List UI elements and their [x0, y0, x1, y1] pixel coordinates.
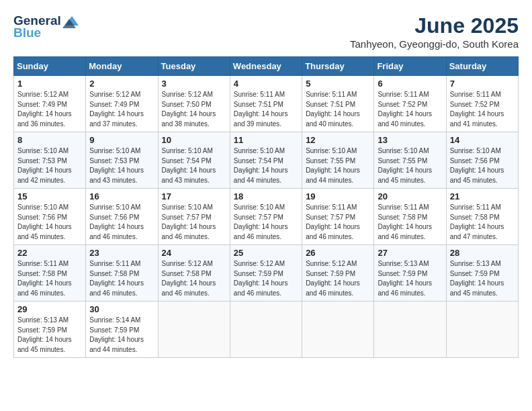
day-number: 30: [89, 304, 154, 314]
calendar-cell: 29Sunrise: 5:13 AM Sunset: 7:59 PM Dayli…: [14, 302, 86, 358]
day-number: 14: [450, 135, 515, 145]
calendar-cell: [374, 302, 446, 358]
calendar-cell: 11Sunrise: 5:10 AM Sunset: 7:54 PM Dayli…: [230, 132, 302, 189]
col-header-wednesday: Wednesday: [230, 57, 302, 76]
day-info: Sunrise: 5:11 AM Sunset: 7:58 PM Dayligh…: [89, 259, 154, 298]
day-info: Sunrise: 5:13 AM Sunset: 7:59 PM Dayligh…: [17, 316, 82, 355]
calendar-cell: [446, 302, 518, 358]
calendar-week-5: 29Sunrise: 5:13 AM Sunset: 7:59 PM Dayli…: [14, 302, 519, 358]
day-number: 19: [306, 191, 370, 201]
day-number: 24: [162, 248, 226, 258]
day-number: 25: [234, 248, 298, 258]
day-info: Sunrise: 5:11 AM Sunset: 7:51 PM Dayligh…: [234, 90, 298, 129]
calendar-cell: 5Sunrise: 5:11 AM Sunset: 7:51 PM Daylig…: [302, 76, 374, 132]
calendar-cell: 16Sunrise: 5:10 AM Sunset: 7:56 PM Dayli…: [86, 189, 158, 245]
calendar-cell: 4Sunrise: 5:11 AM Sunset: 7:51 PM Daylig…: [230, 76, 302, 132]
day-number: 13: [378, 135, 442, 145]
day-number: 18: [234, 191, 298, 201]
calendar-cell: 12Sunrise: 5:10 AM Sunset: 7:55 PM Dayli…: [302, 132, 374, 189]
calendar-cell: 13Sunrise: 5:10 AM Sunset: 7:55 PM Dayli…: [374, 132, 446, 189]
col-header-tuesday: Tuesday: [158, 57, 230, 76]
col-header-thursday: Thursday: [302, 57, 374, 76]
day-info: Sunrise: 5:10 AM Sunset: 7:55 PM Dayligh…: [306, 146, 370, 185]
col-header-sunday: Sunday: [14, 57, 86, 76]
day-info: Sunrise: 5:12 AM Sunset: 7:58 PM Dayligh…: [162, 259, 226, 298]
calendar-cell: [230, 302, 302, 358]
day-number: 29: [17, 304, 82, 314]
calendar-cell: 30Sunrise: 5:14 AM Sunset: 7:59 PM Dayli…: [86, 302, 158, 358]
day-number: 27: [378, 248, 442, 258]
day-number: 6: [378, 79, 442, 89]
calendar-cell: 24Sunrise: 5:12 AM Sunset: 7:58 PM Dayli…: [158, 245, 230, 302]
day-number: 8: [17, 135, 82, 145]
calendar-cell: 7Sunrise: 5:11 AM Sunset: 7:52 PM Daylig…: [446, 76, 518, 132]
calendar-header-row: SundayMondayTuesdayWednesdayThursdayFrid…: [14, 57, 519, 76]
day-number: 1: [17, 79, 82, 89]
day-info: Sunrise: 5:10 AM Sunset: 7:56 PM Dayligh…: [450, 146, 515, 185]
day-info: Sunrise: 5:11 AM Sunset: 7:51 PM Dayligh…: [306, 90, 370, 129]
title-area: June 2025 Tanhyeon, Gyeonggi-do, South K…: [350, 13, 519, 50]
day-number: 17: [162, 191, 226, 201]
day-info: Sunrise: 5:12 AM Sunset: 7:49 PM Dayligh…: [89, 90, 154, 129]
day-info: Sunrise: 5:10 AM Sunset: 7:57 PM Dayligh…: [162, 203, 226, 242]
day-number: 21: [450, 191, 515, 201]
calendar-cell: 8Sunrise: 5:10 AM Sunset: 7:53 PM Daylig…: [14, 132, 86, 189]
month-title: June 2025: [350, 13, 519, 38]
day-info: Sunrise: 5:12 AM Sunset: 7:49 PM Dayligh…: [17, 90, 82, 129]
calendar-cell: 25Sunrise: 5:12 AM Sunset: 7:59 PM Dayli…: [230, 245, 302, 302]
day-number: 3: [162, 79, 226, 89]
day-info: Sunrise: 5:10 AM Sunset: 7:56 PM Dayligh…: [89, 203, 154, 242]
day-number: 28: [450, 248, 515, 258]
calendar-cell: 21Sunrise: 5:11 AM Sunset: 7:58 PM Dayli…: [446, 189, 518, 245]
logo: General Blue: [13, 13, 80, 40]
calendar-cell: 2Sunrise: 5:12 AM Sunset: 7:49 PM Daylig…: [86, 76, 158, 132]
day-info: Sunrise: 5:10 AM Sunset: 7:56 PM Dayligh…: [17, 203, 82, 242]
calendar-cell: 14Sunrise: 5:10 AM Sunset: 7:56 PM Dayli…: [446, 132, 518, 189]
day-info: Sunrise: 5:10 AM Sunset: 7:55 PM Dayligh…: [378, 146, 442, 185]
day-info: Sunrise: 5:10 AM Sunset: 7:53 PM Dayligh…: [89, 146, 154, 185]
day-info: Sunrise: 5:12 AM Sunset: 7:59 PM Dayligh…: [234, 259, 298, 298]
calendar-week-2: 8Sunrise: 5:10 AM Sunset: 7:53 PM Daylig…: [14, 132, 519, 189]
col-header-friday: Friday: [374, 57, 446, 76]
day-number: 7: [450, 79, 515, 89]
day-info: Sunrise: 5:11 AM Sunset: 7:58 PM Dayligh…: [378, 203, 442, 242]
day-number: 10: [162, 135, 226, 145]
day-info: Sunrise: 5:10 AM Sunset: 7:53 PM Dayligh…: [17, 146, 82, 185]
calendar-week-3: 15Sunrise: 5:10 AM Sunset: 7:56 PM Dayli…: [14, 189, 519, 245]
day-info: Sunrise: 5:14 AM Sunset: 7:59 PM Dayligh…: [89, 316, 154, 355]
logo-blue: Blue: [13, 26, 41, 40]
day-number: 5: [306, 79, 370, 89]
day-info: Sunrise: 5:10 AM Sunset: 7:54 PM Dayligh…: [234, 146, 298, 185]
calendar-cell: 15Sunrise: 5:10 AM Sunset: 7:56 PM Dayli…: [14, 189, 86, 245]
day-number: 9: [89, 135, 154, 145]
calendar-cell: 23Sunrise: 5:11 AM Sunset: 7:58 PM Dayli…: [86, 245, 158, 302]
day-info: Sunrise: 5:11 AM Sunset: 7:58 PM Dayligh…: [17, 259, 82, 298]
calendar-cell: [158, 302, 230, 358]
day-info: Sunrise: 5:12 AM Sunset: 7:59 PM Dayligh…: [306, 259, 370, 298]
logo-icon: [62, 13, 80, 28]
day-number: 11: [234, 135, 298, 145]
day-info: Sunrise: 5:11 AM Sunset: 7:52 PM Dayligh…: [378, 90, 442, 129]
day-info: Sunrise: 5:11 AM Sunset: 7:52 PM Dayligh…: [450, 90, 515, 129]
calendar-cell: 17Sunrise: 5:10 AM Sunset: 7:57 PM Dayli…: [158, 189, 230, 245]
day-number: 26: [306, 248, 370, 258]
calendar-cell: 1Sunrise: 5:12 AM Sunset: 7:49 PM Daylig…: [14, 76, 86, 132]
day-info: Sunrise: 5:10 AM Sunset: 7:54 PM Dayligh…: [162, 146, 226, 185]
calendar-cell: 22Sunrise: 5:11 AM Sunset: 7:58 PM Dayli…: [14, 245, 86, 302]
day-number: 16: [89, 191, 154, 201]
page-header: General Blue June 2025 Tanhyeon, Gyeongg…: [13, 13, 519, 50]
col-header-saturday: Saturday: [446, 57, 518, 76]
calendar-week-1: 1Sunrise: 5:12 AM Sunset: 7:49 PM Daylig…: [14, 76, 519, 132]
calendar-cell: 6Sunrise: 5:11 AM Sunset: 7:52 PM Daylig…: [374, 76, 446, 132]
day-info: Sunrise: 5:10 AM Sunset: 7:57 PM Dayligh…: [234, 203, 298, 242]
day-info: Sunrise: 5:11 AM Sunset: 7:58 PM Dayligh…: [450, 203, 515, 242]
calendar-cell: 26Sunrise: 5:12 AM Sunset: 7:59 PM Dayli…: [302, 245, 374, 302]
calendar-cell: 10Sunrise: 5:10 AM Sunset: 7:54 PM Dayli…: [158, 132, 230, 189]
calendar-cell: 20Sunrise: 5:11 AM Sunset: 7:58 PM Dayli…: [374, 189, 446, 245]
day-info: Sunrise: 5:13 AM Sunset: 7:59 PM Dayligh…: [378, 259, 442, 298]
day-number: 4: [234, 79, 298, 89]
day-number: 15: [17, 191, 82, 201]
day-number: 23: [89, 248, 154, 258]
calendar-cell: 9Sunrise: 5:10 AM Sunset: 7:53 PM Daylig…: [86, 132, 158, 189]
calendar-cell: [302, 302, 374, 358]
